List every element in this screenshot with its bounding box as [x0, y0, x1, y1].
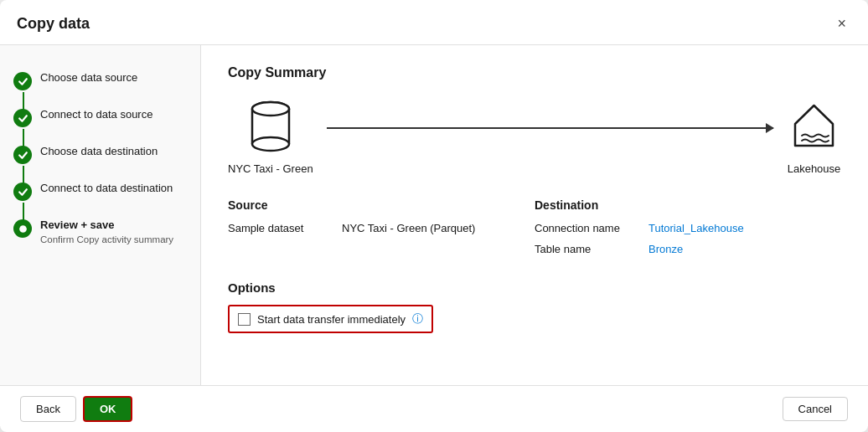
step-sublabel-5: Confirm Copy activity summary	[40, 234, 173, 244]
dest-key-1: Connection name	[535, 222, 635, 234]
dest-value-2: Bronze	[648, 243, 683, 255]
flow-source: NYC Taxi - Green	[228, 97, 313, 175]
step-label-2: Connect to data source	[40, 107, 152, 122]
flow-source-label: NYC Taxi - Green	[228, 162, 313, 175]
dest-value-1: Tutorial_Lakehouse	[648, 222, 744, 234]
source-key-1: Sample dataset	[228, 222, 328, 234]
step-choose-destination: Choose data destination	[0, 136, 200, 172]
step-icon-1	[13, 72, 32, 90]
step-connect-source: Connect to data source	[0, 99, 200, 136]
source-title: Source	[228, 198, 535, 212]
copy-data-dialog: Copy data × Choose data source Connect t…	[0, 0, 868, 432]
cancel-button[interactable]: Cancel	[783, 397, 848, 421]
options-title: Options	[228, 280, 841, 295]
source-field-1: Sample dataset NYC Taxi - Green (Parquet…	[228, 222, 535, 234]
step-label-5: Review + save	[40, 218, 173, 233]
sidebar: Choose data source Connect to data sourc…	[0, 45, 201, 385]
flow-diagram: NYC Taxi - Green Lakehouse	[228, 97, 841, 175]
step-choose-source: Choose data source	[0, 62, 200, 99]
dialog-title: Copy data	[17, 15, 90, 33]
dest-field-2: Table name Bronze	[535, 243, 841, 255]
step-icon-4	[13, 183, 32, 201]
checkbox-label: Start data transfer immediately	[257, 313, 406, 326]
arrow-line	[327, 127, 773, 129]
step-content-5: Review + save Confirm Copy activity summ…	[40, 218, 173, 244]
step-icon-3	[13, 146, 32, 164]
dialog-header: Copy data ×	[0, 0, 868, 45]
flow-arrow	[313, 127, 787, 129]
dialog-body: Choose data source Connect to data sourc…	[0, 45, 868, 385]
close-button[interactable]: ×	[832, 13, 851, 34]
cylinder-icon	[245, 97, 296, 156]
flow-destination: Lakehouse	[787, 97, 841, 175]
main-content: Copy Summary NYC Taxi - Green	[201, 45, 868, 385]
dest-field-1: Connection name Tutorial_Lakehouse	[535, 222, 841, 234]
source-value-1: NYC Taxi - Green (Parquet)	[342, 222, 475, 234]
step-label-3: Choose data destination	[40, 144, 158, 159]
step-icon-2	[13, 109, 32, 127]
start-transfer-checkbox[interactable]	[238, 313, 251, 326]
copy-summary-title: Copy Summary	[228, 65, 841, 80]
back-button[interactable]: Back	[20, 396, 76, 422]
step-icon-5	[13, 219, 32, 238]
destination-info: Destination Connection name Tutorial_Lak…	[535, 198, 841, 264]
destination-title: Destination	[535, 198, 841, 212]
step-label-1: Choose data source	[40, 70, 137, 85]
info-row: Source Sample dataset NYC Taxi - Green (…	[228, 198, 841, 264]
ok-button[interactable]: OK	[83, 396, 133, 422]
footer-left: Back OK	[20, 396, 132, 422]
lakehouse-icon	[787, 97, 841, 156]
step-review-save: Review + save Confirm Copy activity summ…	[0, 209, 200, 253]
svg-point-6	[252, 102, 289, 116]
dest-key-2: Table name	[535, 243, 635, 255]
flow-dest-label: Lakehouse	[788, 162, 841, 175]
step-label-4: Connect to data destination	[40, 181, 173, 196]
step-connect-destination: Connect to data destination	[0, 172, 200, 209]
source-info: Source Sample dataset NYC Taxi - Green (…	[228, 198, 535, 264]
svg-point-0	[19, 225, 27, 233]
info-circle-icon[interactable]: ⓘ	[412, 311, 423, 327]
options-section: Options Start data transfer immediately …	[228, 280, 841, 333]
svg-point-5	[252, 137, 289, 151]
checkbox-row: Start data transfer immediately ⓘ	[228, 305, 433, 333]
dialog-footer: Back OK Cancel	[0, 385, 868, 432]
